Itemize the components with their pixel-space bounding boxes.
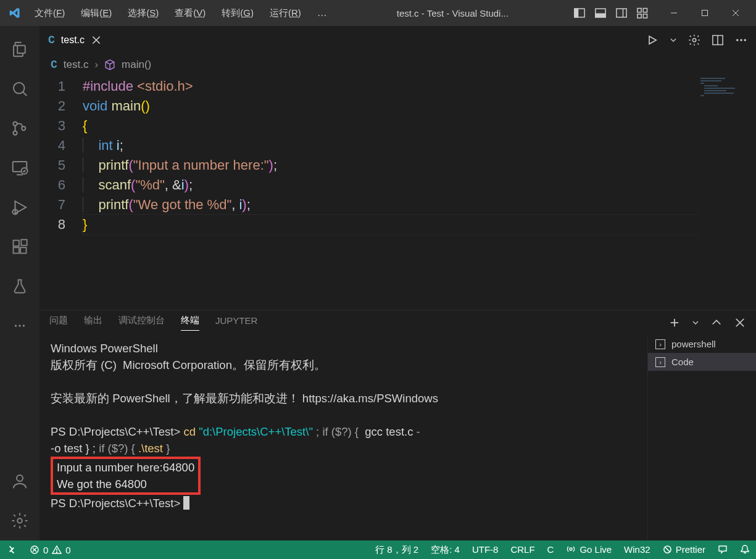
svg-point-54 — [570, 548, 572, 550]
status-go-live[interactable]: Go Live — [560, 544, 618, 555]
customize-layout-icon[interactable] — [636, 7, 649, 19]
panel-tabs: 问题 输出 调试控制台 终端 JUPYTER — [39, 310, 756, 335]
terminal-item-powershell[interactable]: ›powershell — [648, 335, 756, 353]
overflow-icon[interactable] — [0, 306, 39, 346]
bottom-panel: 问题 输出 调试控制台 终端 JUPYTER Windows PowerShel… — [39, 310, 756, 540]
svg-rect-1 — [575, 9, 578, 17]
toggle-primary-sidebar-icon[interactable] — [573, 7, 586, 19]
chevron-right-icon: › — [94, 59, 98, 71]
breadcrumb-file[interactable]: test.c — [64, 59, 89, 71]
svg-rect-27 — [14, 241, 19, 246]
editor-actions — [646, 26, 756, 54]
svg-point-53 — [57, 552, 57, 553]
editor-settings-gear-icon[interactable] — [688, 34, 700, 46]
close-panel-icon[interactable] — [734, 317, 746, 329]
svg-rect-11 — [702, 10, 708, 16]
svg-point-14 — [14, 83, 25, 94]
status-notifications-icon[interactable] — [734, 544, 756, 554]
maximize-panel-icon[interactable] — [710, 317, 723, 329]
status-cursor-position[interactable]: 行 8，列 2 — [369, 544, 425, 556]
tab-label: test.c — [61, 35, 85, 46]
svg-rect-9 — [643, 14, 647, 18]
highlight-box: Input a number here:64800 We got the 648… — [51, 457, 201, 495]
status-problems[interactable]: 0 0 — [23, 540, 77, 559]
run-debug-icon[interactable] — [0, 188, 39, 227]
panel-tab-debug-console[interactable]: 调试控制台 — [118, 315, 165, 331]
main-area: C test.c C test.c › main() — [39, 26, 756, 540]
svg-point-34 — [17, 475, 23, 481]
menu-file[interactable]: 文件(F) — [27, 5, 72, 22]
editor-scrollbar[interactable] — [747, 75, 756, 310]
terminal-cursor — [183, 496, 189, 510]
close-button[interactable] — [720, 0, 751, 26]
tab-test-c[interactable]: C test.c — [39, 26, 110, 54]
layout-controls — [570, 7, 652, 19]
status-eol[interactable]: CRLF — [504, 544, 541, 555]
svg-point-16 — [13, 122, 17, 125]
menu-edit[interactable]: 编辑(E) — [73, 5, 119, 22]
svg-rect-28 — [14, 247, 19, 253]
svg-marker-22 — [15, 201, 27, 213]
settings-gear-icon[interactable] — [0, 501, 39, 540]
panel-tab-terminal[interactable]: 终端 — [181, 315, 199, 331]
minimap[interactable] — [698, 75, 747, 310]
status-indentation[interactable]: 空格: 4 — [425, 544, 466, 556]
svg-rect-30 — [21, 239, 27, 245]
panel-tab-jupyter[interactable]: JUPYTER — [215, 315, 257, 330]
terminal-profile-icon: › — [655, 357, 665, 367]
editor-tabs: C test.c — [39, 26, 756, 54]
search-icon[interactable] — [0, 69, 39, 109]
menu-go[interactable]: 转到(G) — [214, 5, 261, 22]
svg-point-31 — [15, 325, 17, 326]
symbol-method-icon — [104, 59, 115, 70]
menu-selection[interactable]: 选择(S) — [120, 5, 166, 22]
run-code-icon[interactable] — [646, 34, 658, 46]
editor[interactable]: 1 2 3 4 5 6 7 8 #include <stdio.h> void … — [39, 75, 756, 310]
svg-line-56 — [665, 547, 670, 552]
new-terminal-dropdown-icon[interactable] — [692, 317, 699, 329]
toggle-secondary-sidebar-icon[interactable] — [615, 7, 628, 19]
window-controls — [658, 0, 751, 26]
status-feedback-icon[interactable] — [712, 544, 734, 554]
menu-overflow[interactable]: … — [310, 5, 336, 22]
svg-point-44 — [744, 39, 747, 41]
svg-point-35 — [17, 518, 22, 523]
accounts-icon[interactable] — [0, 462, 39, 501]
code-area[interactable]: #include <stdio.h> void main() { int i; … — [83, 77, 756, 310]
panel-tab-problems[interactable]: 问题 — [49, 315, 68, 331]
more-actions-icon[interactable] — [735, 34, 747, 46]
status-encoding[interactable]: UTF-8 — [466, 544, 505, 555]
tab-close-icon[interactable] — [91, 35, 102, 46]
svg-rect-3 — [596, 14, 605, 17]
breadcrumbs[interactable]: C test.c › main() — [39, 54, 756, 75]
status-win32[interactable]: Win32 — [618, 544, 657, 555]
terminal-profile-icon: › — [655, 339, 665, 349]
minimize-button[interactable] — [658, 0, 689, 26]
svg-point-33 — [23, 325, 25, 326]
run-dropdown-icon[interactable] — [670, 34, 677, 46]
source-control-icon[interactable] — [0, 109, 39, 148]
status-language[interactable]: C — [541, 544, 560, 555]
explorer-icon[interactable] — [0, 30, 39, 69]
maximize-button[interactable] — [689, 0, 720, 26]
remote-indicator[interactable] — [0, 540, 23, 559]
split-editor-icon[interactable] — [712, 34, 724, 46]
panel-tab-output[interactable]: 输出 — [84, 315, 102, 331]
menu-run[interactable]: 运行(R) — [262, 5, 309, 22]
menu-view[interactable]: 查看(V) — [167, 5, 213, 22]
remote-explorer-icon[interactable] — [0, 148, 39, 188]
breadcrumb-symbol[interactable]: main() — [122, 59, 151, 71]
svg-marker-38 — [649, 36, 656, 44]
status-prettier[interactable]: Prettier — [657, 544, 712, 555]
testing-icon[interactable] — [0, 267, 39, 306]
extensions-icon[interactable] — [0, 227, 39, 267]
terminal-list: ›powershell ›Code — [647, 335, 756, 540]
terminal[interactable]: Windows PowerShell 版权所有 (C) Microsoft Co… — [39, 335, 647, 540]
toggle-panel-icon[interactable] — [594, 7, 607, 19]
status-bar: 0 0 行 8，列 2 空格: 4 UTF-8 CRLF C Go Live W… — [0, 540, 756, 559]
breadcrumb-file-icon: C — [51, 59, 57, 71]
line-number-gutter: 1 2 3 4 5 6 7 8 — [39, 77, 83, 310]
svg-point-42 — [736, 39, 739, 41]
new-terminal-icon[interactable] — [668, 317, 681, 329]
terminal-item-code[interactable]: ›Code — [648, 353, 756, 371]
